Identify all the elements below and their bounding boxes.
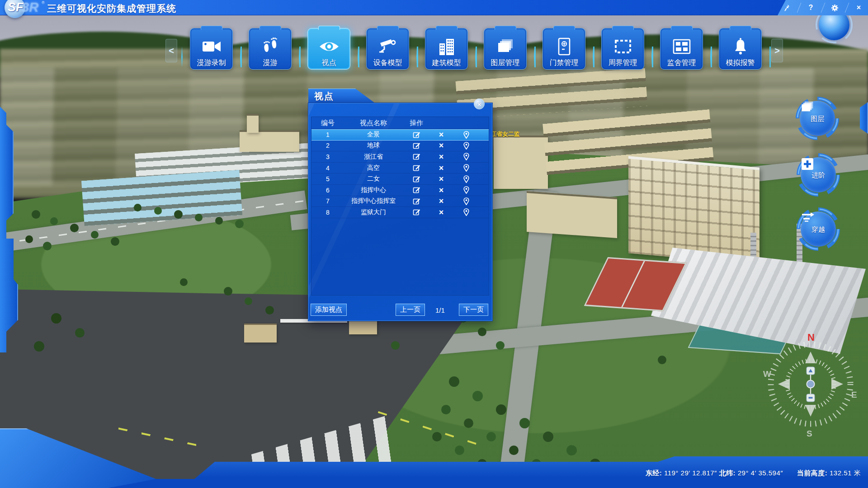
side-button-label: 穿越 [811, 225, 825, 234]
compass-north: N [807, 332, 815, 343]
edit-icon[interactable] [403, 142, 430, 150]
toolbar-item-alarm-simulation[interactable]: 模拟报警 [719, 28, 762, 70]
toolbar-label: 模拟报警 [726, 59, 755, 67]
edit-icon[interactable] [403, 153, 430, 160]
delete-icon[interactable]: × [430, 153, 453, 161]
side-button-advanced[interactable]: 进阶 [796, 152, 841, 197]
row-id: 8 [311, 209, 344, 216]
locate-pin-icon[interactable] [453, 164, 480, 172]
add-viewpoint-button[interactable]: 添加视点 [311, 304, 347, 316]
side-button-layers[interactable]: 图层 [795, 96, 840, 141]
compass-south: S [807, 429, 812, 438]
edit-icon[interactable] [403, 175, 430, 183]
row-name: 指挥中心指挥室 [344, 197, 403, 205]
table-row[interactable]: 2 地球 × [311, 141, 489, 152]
row-name: 二女 [344, 175, 403, 183]
toolbar-prev-arrow[interactable]: < [165, 39, 177, 62]
locate-pin-icon[interactable] [453, 142, 480, 150]
toolbar-item-access-control[interactable]: 门禁管理 [542, 28, 585, 70]
table-row[interactable]: 6 指挥中心 × [311, 185, 489, 196]
settings-gear-icon[interactable] [828, 2, 842, 14]
delete-icon[interactable]: × [430, 164, 453, 172]
next-page-button[interactable]: 下一页 [459, 304, 488, 316]
row-id: 2 [311, 142, 344, 149]
video-camera-icon [202, 36, 221, 57]
row-name: 地球 [344, 141, 403, 150]
pan-down-arrow [805, 405, 816, 417]
close-window-icon[interactable]: × [852, 2, 866, 14]
longitude-label: 东经: [646, 469, 662, 477]
toolbar-item-viewpoint[interactable]: 视点 [307, 28, 350, 70]
latitude-value: 29° 4′ 35.594″ [738, 469, 783, 477]
pan-up-arrow [805, 352, 816, 363]
delete-icon[interactable]: × [430, 197, 453, 205]
header-id: 编号 [311, 119, 344, 127]
locate-pin-icon[interactable] [453, 175, 480, 183]
scene-building [247, 114, 259, 133]
row-name: 高空 [344, 164, 403, 172]
table-row[interactable]: 1 全景 × [311, 129, 489, 141]
viewpoint-table: 编号 视点名称 操作 1 全景 × 2 地球 × [311, 117, 489, 296]
pan-left-arrow [778, 379, 790, 389]
delete-icon[interactable]: × [430, 175, 453, 183]
table-header-row: 编号 视点名称 操作 [311, 117, 489, 129]
eye-icon [319, 36, 340, 57]
toolbar-label: 图层管理 [491, 59, 520, 67]
toolbar-item-device-model[interactable]: 设备模型 [366, 28, 409, 70]
edit-icon[interactable] [403, 131, 430, 139]
locate-pin-icon[interactable] [453, 208, 480, 216]
toolbar-item-layer-management[interactable]: 图层管理 [484, 28, 527, 70]
dialog-close-icon[interactable]: × [474, 99, 485, 109]
logo-3r-text: 3R [22, 0, 38, 15]
pin-icon[interactable] [780, 2, 794, 14]
toolbar-label: 设备模型 [373, 59, 402, 67]
table-row[interactable]: 7 指挥中心指挥室 × [311, 196, 489, 207]
logo-sf-text: SF [8, 0, 24, 14]
altitude-label: 当前高度: [797, 469, 828, 477]
prev-page-button[interactable]: 上一页 [396, 304, 425, 316]
toolbar-item-roam[interactable]: 漫游 [249, 28, 292, 70]
edit-icon[interactable] [403, 208, 430, 216]
compass-navigation-widget[interactable]: N W E S [759, 329, 863, 440]
row-id: 1 [311, 131, 344, 138]
toolbar-item-cell-management[interactable]: 监舍管理 [660, 28, 703, 70]
toolbar-label: 周界管理 [609, 59, 637, 67]
alarm-bell-icon [733, 36, 748, 57]
toolbar-item-roam-record[interactable]: 漫游录制 [190, 28, 233, 70]
viewpoint-dialog: 视点 × 编号 视点名称 操作 1 全景 × 2 地球 [308, 89, 492, 321]
locate-pin-icon[interactable] [453, 197, 480, 205]
main-toolbar: 漫游录制 漫游 视点 设备模型 建筑模型 [190, 28, 762, 70]
locate-pin-icon[interactable] [453, 131, 480, 139]
altitude-value: 132.51 米 [830, 469, 861, 477]
locate-pin-icon[interactable] [453, 153, 480, 160]
cctv-camera-icon [378, 36, 397, 57]
locate-pin-icon[interactable] [453, 186, 480, 194]
help-icon[interactable]: ? [804, 2, 818, 14]
table-row[interactable]: 5 二女 × [311, 174, 489, 185]
pan-right-arrow [831, 379, 843, 389]
toolbar-label: 建筑模型 [432, 59, 461, 67]
delete-icon[interactable]: × [430, 208, 453, 216]
side-button-traverse[interactable]: 穿越 [796, 206, 841, 252]
scene-building [494, 136, 548, 189]
row-id: 5 [311, 175, 344, 183]
toolbar-item-building-model[interactable]: 建筑模型 [425, 28, 468, 70]
layers-icon [496, 36, 514, 57]
delete-icon[interactable]: × [430, 186, 453, 194]
row-name: 全景 [344, 131, 403, 139]
delete-icon[interactable]: × [430, 131, 453, 139]
delete-icon[interactable]: × [430, 141, 453, 150]
edit-icon[interactable] [403, 164, 430, 172]
edit-icon[interactable] [403, 186, 430, 194]
buildings-icon [439, 36, 455, 57]
perimeter-icon [614, 36, 632, 57]
table-row[interactable]: 8 监狱大门 × [311, 207, 489, 218]
window-controls: ? × [778, 0, 868, 15]
toolbar-item-perimeter-management[interactable]: 周界管理 [601, 28, 644, 70]
table-row[interactable]: 3 浙江省 × [311, 151, 489, 163]
toolbar-label: 漫游 [263, 59, 278, 67]
scene-building [527, 191, 617, 238]
edit-icon[interactable] [403, 197, 430, 205]
table-row[interactable]: 4 高空 × [311, 163, 489, 174]
toolbar-next-arrow[interactable]: > [771, 39, 783, 62]
